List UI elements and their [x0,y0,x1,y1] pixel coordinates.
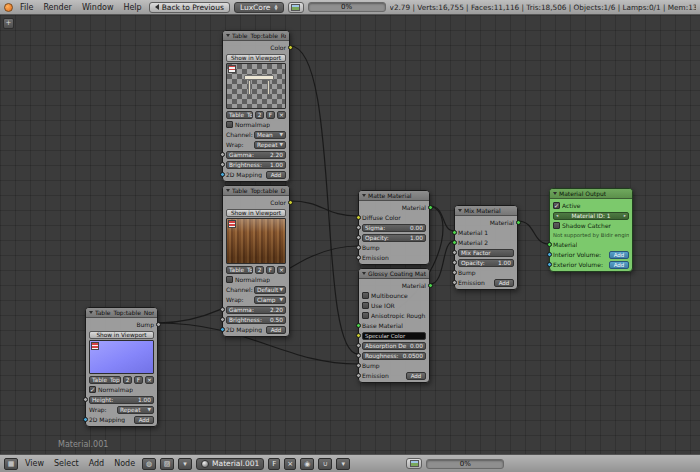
menu-help[interactable]: Help [120,3,144,12]
unlink-button[interactable]: × [277,111,286,119]
emission-input-socket[interactable] [356,373,361,378]
menu-add[interactable]: Add [86,459,108,468]
roughness-slider[interactable]: Roughness:0.0500 [362,352,426,360]
height-input-socket[interactable] [83,397,88,402]
node-header[interactable]: Mix Material [455,206,517,216]
add-exterior-volume-button[interactable]: Add [609,261,629,269]
specular-color-input-socket[interactable] [356,333,361,338]
pin-icon[interactable]: ◉ [300,458,314,470]
brightness-input-socket[interactable] [220,317,225,322]
shadow-catcher-checkbox[interactable] [553,222,560,229]
node-header[interactable]: Table_Top:table_Normal.png [86,308,157,318]
emission-input-socket[interactable] [452,280,457,285]
menu-view[interactable]: View [22,459,47,468]
emission-input-socket[interactable] [356,255,361,260]
render-image-button[interactable] [288,2,304,13]
mapping-input-socket[interactable] [220,172,225,177]
bump-input-socket[interactable] [452,270,457,275]
editor-type-icon[interactable]: ▦ [4,458,18,470]
increment-arrow-icon[interactable]: ▸ [624,213,626,218]
absorption-input-socket[interactable] [356,343,361,348]
node-mix-material[interactable]: Mix Material Material Material 1 Materia… [454,205,518,290]
sigma-slider[interactable]: Sigma:0.00 [362,224,426,232]
node-image-normal[interactable]: Table_Top:table_Normal.png Bump Show in … [85,307,158,427]
brightness-input-socket[interactable] [220,162,225,167]
material-output-socket[interactable] [428,205,433,210]
node-header[interactable]: Matte Material [359,191,429,201]
collapse-icon[interactable] [458,209,462,212]
users-count-button[interactable]: 2 [123,376,132,384]
collapse-icon[interactable] [89,311,93,314]
gamma-slider[interactable]: Gamma:2.20 [226,306,286,314]
base-material-input-socket[interactable] [356,323,361,328]
add-emission-button[interactable]: Add [494,279,514,287]
bump-output-socket[interactable] [156,322,161,327]
node-header[interactable]: Table_Top:table_Diffuse.png [223,186,289,196]
specular-color-swatch[interactable]: Specular Color [362,332,426,340]
unlink-button[interactable]: × [284,458,296,470]
show-in-viewport-button[interactable]: Show in Viewport [226,209,286,217]
mapping-input-socket[interactable] [83,417,88,422]
node-header[interactable]: Glossy Coating Material [359,269,429,279]
users-count-button[interactable]: 2 [255,266,264,274]
material-input-socket[interactable] [547,242,552,247]
render-result-icon[interactable] [406,458,422,469]
render-engine-dropdown[interactable]: LuxCore▲▼ [234,2,284,13]
node-image-roughness[interactable]: Table_Top:table_Roughnes Color Show in V… [222,30,290,182]
opacity-slider[interactable]: Opacity:1.00 [458,259,514,267]
fake-user-button[interactable]: F [266,111,275,119]
fake-user-button[interactable]: F [268,458,280,470]
fake-user-button[interactable]: F [134,376,143,384]
collapse-icon[interactable] [553,192,557,195]
collapse-icon[interactable] [226,34,230,37]
show-in-viewport-button[interactable]: Show in Viewport [226,54,286,62]
normalmap-checkbox[interactable] [89,386,96,393]
node-header[interactable]: Material Output [550,189,632,199]
gamma-input-socket[interactable] [220,307,225,312]
menu-file[interactable]: File [17,3,36,12]
opacity-input-socket[interactable] [452,260,457,265]
image-name-field[interactable]: Table_Top:ta [226,266,253,274]
shader-tree-icon[interactable]: ◍ [142,458,156,470]
menu-render[interactable]: Render [40,3,74,12]
brightness-slider[interactable]: Brightness:1.00 [226,161,286,169]
interior-volume-input-socket[interactable] [547,252,552,257]
add-mapping-button[interactable]: Add [266,326,286,334]
region-expand-icon[interactable]: + [3,18,14,29]
active-checkbox[interactable] [553,202,560,209]
material-id-field[interactable]: ◂Material ID: 1▸ [553,212,629,220]
exterior-volume-input-socket[interactable] [547,262,552,267]
image-name-field[interactable]: Table_Top:ta [226,111,253,119]
users-count-button[interactable]: 2 [255,111,264,119]
mix-factor-input-socket[interactable] [452,250,457,255]
material-output-socket[interactable] [428,283,433,288]
node-glossy-coating-material[interactable]: Glossy Coating Material Material Multibo… [358,268,430,383]
wrap-dropdown[interactable]: Repeat▼ [117,406,154,414]
opacity-input-socket[interactable] [356,235,361,240]
height-slider[interactable]: Height:1.00 [89,396,154,404]
bump-input-socket[interactable] [356,363,361,368]
image-name-field[interactable]: Table_Top:ta [89,376,121,384]
material-datablock-field[interactable]: Material.001 [196,458,264,470]
mapping-input-socket[interactable] [220,327,225,332]
bump-input-socket[interactable] [356,245,361,250]
material1-input-socket[interactable] [452,230,457,235]
blender-logo[interactable] [4,3,13,12]
wrap-dropdown[interactable]: Clamp▼ [254,296,286,304]
texture-tree-icon[interactable]: ▨ [160,458,174,470]
channel-dropdown[interactable]: Mean▼ [254,131,286,139]
node-editor-canvas[interactable]: + Table_Top:table_Roughnes Color Show in… [0,15,700,454]
add-interior-volume-button[interactable]: Add [609,251,629,259]
node-material-output[interactable]: Material Output Active ◂Material ID: 1▸ … [549,188,633,272]
add-mapping-button[interactable]: Add [134,416,154,424]
menu-node[interactable]: Node [111,459,138,468]
node-header[interactable]: Table_Top:table_Roughnes [223,31,289,41]
normalmap-checkbox[interactable] [226,121,233,128]
add-emission-button[interactable]: Add [406,372,426,380]
snap-magnet-icon[interactable]: ∪ [318,458,332,470]
gamma-slider[interactable]: Gamma:2.20 [226,151,286,159]
node-image-diffuse[interactable]: Table_Top:table_Diffuse.png Color Show i… [222,185,290,337]
diffuse-color-input-socket[interactable] [356,215,361,220]
fake-user-button[interactable]: F [266,266,275,274]
snap-mode-icon[interactable]: ▾ [336,458,350,470]
